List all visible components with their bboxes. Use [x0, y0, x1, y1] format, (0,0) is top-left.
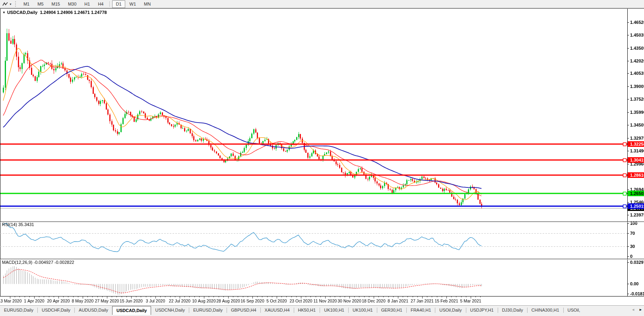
tab-usdcnh-daily[interactable]: USDCNH,Daily: [151, 306, 189, 314]
tab-scroll-arrows: ◄►: [631, 308, 642, 312]
toolbar-separator: [109, 1, 110, 7]
tab-usoil[interactable]: USOil,: [564, 306, 584, 314]
tab-eurusd-daily[interactable]: EURUSD,Daily: [0, 306, 37, 314]
tab-usdchf-daily[interactable]: USDCHF,Daily: [38, 306, 74, 314]
timeframe-button-m1[interactable]: M1: [20, 0, 33, 8]
tab-fra40-h1[interactable]: FRA40,H1: [407, 306, 435, 314]
tab-usoil-daily[interactable]: USOil,Daily: [435, 306, 466, 314]
chart-title: ▼USDCAD,Daily 1.24904 1.24906 1.24671 1.…: [2, 10, 107, 15]
timeframe-button-m15[interactable]: M15: [48, 0, 64, 8]
tab-china300-h1[interactable]: CHINA300,H1: [528, 306, 563, 314]
chevron-down-icon[interactable]: ▼: [9, 3, 12, 6]
tab-dj30-daily[interactable]: DJ30,Daily: [498, 306, 527, 314]
timeframe-button-mn[interactable]: MN: [140, 0, 154, 8]
toolbar-grip: [15, 1, 17, 7]
symbol-tabbar: EURUSD,DailyUSDCHF,DailyAUDUSD,DailyUSDC…: [0, 305, 644, 316]
timeframe-button-m30[interactable]: M30: [64, 0, 80, 8]
timeframe-button-h4[interactable]: H4: [94, 0, 107, 8]
tab-scroll-right-icon[interactable]: ►: [639, 308, 642, 312]
ohlc-values: 1.24904 1.24906 1.24671 1.24778: [40, 10, 107, 15]
timeframe-button-h1[interactable]: H1: [81, 0, 93, 8]
tab-uk100-h1[interactable]: UK100,H1: [349, 306, 377, 314]
timeframe-toolbar: ▼ M1M5M15M30H1H4D1W1MN: [0, 0, 644, 9]
pointer-tool-icon: [2, 2, 8, 7]
tab-usdjpy-h1[interactable]: USDJPY,H1: [466, 306, 498, 314]
symbol-period-label: USDCAD,Daily: [7, 10, 37, 15]
symbol-tabs: EURUSD,DailyUSDCHF,DailyAUDUSD,DailyUSDC…: [0, 306, 584, 315]
tab-scroll-left-icon[interactable]: ◄: [631, 308, 635, 312]
timeframe-button-w1[interactable]: W1: [126, 0, 140, 8]
timeframe-buttons: M1M5M15M30H1H4D1W1MN: [19, 0, 155, 8]
tab-uk100-h1[interactable]: UK100,H1: [320, 306, 348, 314]
chart-window: ▼ M1M5M15M30H1H4D1W1MN ▼USDCAD,Daily 1.2…: [0, 0, 644, 316]
chart-mode-button[interactable]: ▼: [1, 1, 14, 7]
tab-ger30-h1[interactable]: GER30,H1: [377, 306, 406, 314]
rsi-indicator-label: RSI(14) 35.3431: [2, 222, 34, 227]
tab-usdcad-daily[interactable]: USDCAD,Daily: [112, 306, 151, 315]
symbol-dropdown-icon[interactable]: ▼: [2, 11, 6, 14]
chart-canvas[interactable]: [0, 0, 644, 305]
macd-indicator-label: MACD(12,26,9) -0.004927 -0.002822: [2, 260, 74, 265]
timeframe-button-d1[interactable]: D1: [112, 0, 125, 8]
tab-gbpusd-h4[interactable]: GBPUSD,H4: [227, 306, 260, 314]
tab-hk50-h1[interactable]: HK50,H1: [294, 306, 320, 314]
timeframe-button-m5[interactable]: M5: [34, 0, 47, 8]
tab-xauusd-h4[interactable]: XAUUSD,H4: [261, 306, 294, 314]
tab-audusd-daily[interactable]: AUDUSD,Daily: [75, 306, 112, 314]
tab-eurusd-daily[interactable]: EURUSD,Daily: [189, 306, 227, 314]
